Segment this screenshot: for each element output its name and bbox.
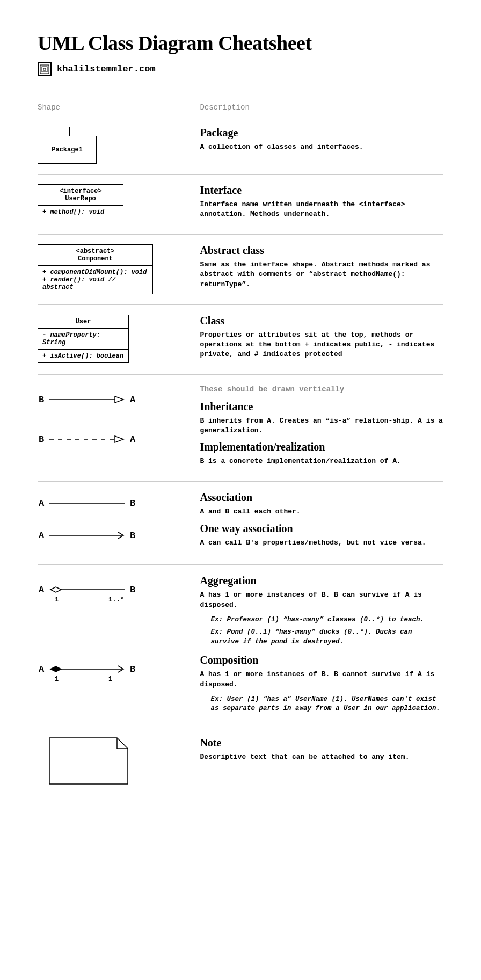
abstract-title: Abstract class	[200, 244, 443, 257]
row-aggregation-composition: A B 1 1..* A B	[38, 565, 443, 727]
agg-to: B	[129, 585, 136, 595]
svg-marker-11	[50, 666, 61, 672]
inh-to: A	[129, 395, 136, 405]
implementation-arrow: B A	[38, 433, 189, 446]
header-shape: Shape	[38, 103, 200, 112]
svg-marker-4	[115, 396, 123, 403]
composition-ex1: Ex: User (1) “has a” UserName (1). UserN…	[200, 695, 443, 714]
agg-mult-b: 1..*	[108, 596, 124, 604]
composition-title: Composition	[200, 654, 443, 666]
svg-rect-1	[42, 67, 47, 72]
class-title: Class	[200, 315, 443, 327]
abstract-method1: + componentDidMount(): void	[42, 268, 148, 276]
arrow-open-triangle-icon	[49, 394, 125, 405]
implementation-title: Implementation/realization	[200, 441, 443, 453]
inheritance-arrow: B A	[38, 393, 189, 406]
oneway-from: A	[38, 531, 45, 541]
abstract-stereotype: <abstract>	[42, 248, 148, 255]
abstract-method2: + render(): void // abstract	[42, 276, 148, 291]
svg-marker-13	[49, 738, 128, 784]
svg-rect-2	[43, 68, 46, 70]
comp-from: A	[38, 664, 45, 674]
interface-title: Interface	[200, 184, 443, 197]
note-title: Note	[200, 737, 443, 749]
interface-method: + method(): void	[38, 206, 123, 219]
association-desc: A and B call each other.	[200, 507, 443, 517]
relations-note: These should be drawn vertically	[200, 384, 443, 395]
composition-arrow: A B	[38, 663, 189, 676]
arrow-dashed-open-triangle-icon	[49, 434, 125, 445]
package-title: Package	[200, 127, 443, 139]
oneway-title: One way association	[200, 522, 443, 535]
svg-marker-9	[50, 587, 61, 592]
assoc-from: A	[38, 498, 45, 509]
row-interface: <interface> UserRepo + method(): void In…	[38, 175, 443, 235]
row-inheritance-impl: B A B A These should be drawn vertically…	[38, 375, 443, 482]
logo-icon	[38, 62, 52, 76]
inh-from: B	[38, 395, 45, 405]
inheritance-desc: B inherits from A. Creates an “is-a” rel…	[200, 416, 443, 435]
agg-mult-a: 1	[55, 596, 65, 604]
site-name: khalilstemmler.com	[57, 64, 156, 74]
svg-marker-6	[115, 436, 123, 442]
package-label: Package1	[38, 136, 97, 164]
aggregation-arrow: A B	[38, 583, 189, 596]
oneway-desc: A can call B's properties/methods, but n…	[200, 538, 443, 548]
abstract-desc: Same as the interface shape. Abstract me…	[200, 260, 443, 289]
row-abstract: <abstract> Component + componentDidMount…	[38, 235, 443, 305]
row-class: User - nameProperty: String + isActive()…	[38, 305, 443, 375]
note-desc: Descriptive text that can be attached to…	[200, 752, 443, 762]
association-arrow: A B	[38, 497, 189, 510]
oneway-arrow: A B	[38, 529, 189, 542]
note-shape	[48, 737, 129, 785]
abstract-shape: <abstract> Component + componentDidMount…	[38, 244, 153, 294]
comp-mult-a: 1	[55, 676, 65, 683]
association-title: Association	[200, 491, 443, 504]
row-association: A B A B Association A and B call each ot…	[38, 482, 443, 565]
interface-stereotype: <interface>	[42, 187, 119, 195]
aggregation-title: Aggregation	[200, 575, 443, 587]
comp-mult-b: 1	[108, 676, 112, 683]
interface-shape: <interface> UserRepo + method(): void	[38, 184, 123, 219]
interface-desc: Interface name written underneath the <i…	[200, 200, 443, 219]
svg-rect-0	[40, 65, 49, 74]
diamond-open-icon	[49, 584, 125, 595]
agg-from: A	[38, 585, 45, 595]
abstract-name: Component	[42, 255, 148, 263]
interface-name: UserRepo	[42, 195, 119, 202]
byline: khalilstemmler.com	[38, 62, 443, 76]
package-desc: A collection of classes and interfaces.	[200, 142, 443, 152]
line-icon	[49, 498, 125, 509]
impl-to: A	[129, 434, 136, 445]
class-name: User	[38, 315, 128, 329]
comp-to: B	[129, 664, 136, 674]
oneway-to: B	[129, 531, 136, 541]
aggregation-ex2: Ex: Pond (0..1) “has-many” ducks (0..*).…	[200, 628, 443, 647]
page-title: UML Class Diagram Cheatsheet	[38, 32, 443, 55]
composition-desc: A has 1 or more instances of B. B cannot…	[200, 670, 443, 689]
class-method: + isActive(): boolean	[38, 350, 128, 362]
column-headers: Shape Description	[38, 103, 443, 112]
impl-from: B	[38, 434, 45, 445]
aggregation-ex1: Ex: Professor (1) “has-many” classes (0.…	[200, 615, 443, 625]
assoc-to: B	[129, 498, 136, 509]
package-shape: Package1	[38, 127, 189, 164]
class-desc: Properties or attributes sit at the top,…	[200, 330, 443, 360]
implementation-desc: B is a concrete implementation/realizati…	[200, 456, 443, 466]
aggregation-desc: A has 1 or more instances of B. B can su…	[200, 590, 443, 609]
header-description: Description	[200, 103, 443, 112]
row-package: Package1 Package A collection of classes…	[38, 117, 443, 175]
class-prop: - nameProperty: String	[38, 329, 128, 350]
arrow-open-icon	[49, 530, 125, 541]
diamond-filled-arrow-icon	[49, 664, 125, 674]
note-icon	[48, 737, 129, 785]
row-note: Note Descriptive text that can be attach…	[38, 727, 443, 795]
class-shape: User - nameProperty: String + isActive()…	[38, 315, 129, 363]
inheritance-title: Inheritance	[200, 401, 443, 413]
